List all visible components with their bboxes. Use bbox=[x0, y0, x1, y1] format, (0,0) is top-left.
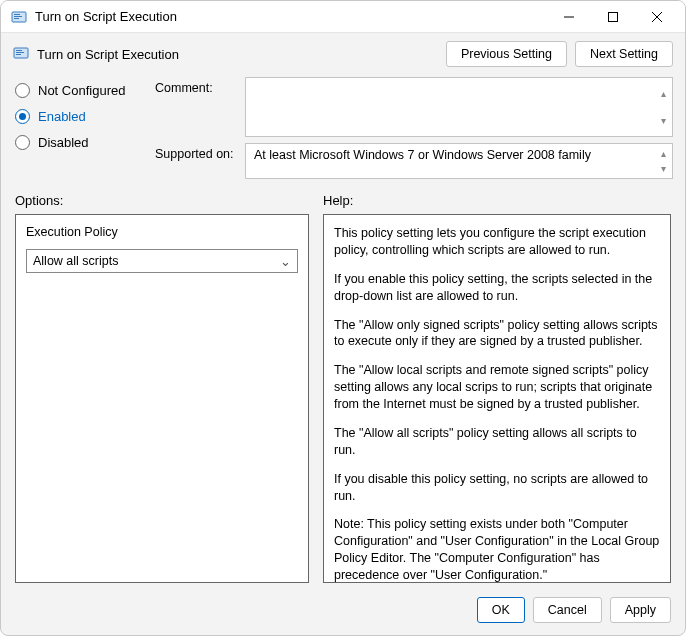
panels: Execution Policy Allow all scripts ⌄ Thi… bbox=[1, 212, 685, 591]
policy-title: Turn on Script Execution bbox=[37, 47, 179, 62]
help-paragraph: The "Allow all scripts" policy setting a… bbox=[334, 425, 660, 459]
state-area: Not Configured Enabled Disabled Comment:… bbox=[1, 75, 685, 181]
options-panel: Execution Policy Allow all scripts ⌄ bbox=[15, 214, 309, 583]
supported-on-value: At least Microsoft Windows 7 or Windows … bbox=[254, 148, 591, 162]
supported-on-box: At least Microsoft Windows 7 or Windows … bbox=[245, 143, 673, 179]
scroll-up-icon: ▴ bbox=[656, 146, 670, 161]
window-title: Turn on Script Execution bbox=[35, 9, 177, 24]
radio-label: Disabled bbox=[38, 135, 89, 150]
svg-rect-2 bbox=[14, 16, 22, 17]
help-paragraph: The "Allow only signed scripts" policy s… bbox=[334, 317, 660, 351]
chevron-down-icon: ⌄ bbox=[280, 254, 291, 269]
ok-button[interactable]: OK bbox=[477, 597, 525, 623]
header-row: Turn on Script Execution Previous Settin… bbox=[1, 33, 685, 75]
policy-icon bbox=[13, 45, 29, 64]
comment-label: Comment: bbox=[155, 77, 235, 95]
radio-circle-icon bbox=[15, 109, 30, 124]
svg-rect-1 bbox=[14, 14, 20, 15]
maximize-button[interactable] bbox=[591, 2, 635, 32]
mid-labels: Options: Help: bbox=[1, 181, 685, 212]
minimize-button[interactable] bbox=[547, 2, 591, 32]
policy-dialog: Turn on Script Execution Turn on Script … bbox=[0, 0, 686, 636]
scroll-down-icon: ▾ bbox=[656, 107, 670, 134]
radio-label: Enabled bbox=[38, 109, 86, 124]
radio-label: Not Configured bbox=[38, 83, 125, 98]
radio-not-configured[interactable]: Not Configured bbox=[15, 83, 145, 98]
radio-circle-icon bbox=[15, 135, 30, 150]
svg-rect-9 bbox=[16, 50, 22, 51]
help-paragraph: This policy setting lets you configure t… bbox=[334, 225, 660, 259]
next-setting-button[interactable]: Next Setting bbox=[575, 41, 673, 67]
comment-scrollbar[interactable]: ▴ ▾ bbox=[656, 80, 670, 134]
help-paragraph: If you enable this policy setting, the s… bbox=[334, 271, 660, 305]
state-radio-group: Not Configured Enabled Disabled bbox=[15, 77, 145, 179]
previous-setting-button[interactable]: Previous Setting bbox=[446, 41, 567, 67]
svg-rect-5 bbox=[609, 12, 618, 21]
comment-supported-column: Comment: ▴ ▾ Supported on: At least Micr… bbox=[155, 77, 673, 179]
radio-enabled[interactable]: Enabled bbox=[15, 109, 145, 124]
close-button[interactable] bbox=[635, 2, 679, 32]
cancel-button[interactable]: Cancel bbox=[533, 597, 602, 623]
titlebar: Turn on Script Execution bbox=[1, 1, 685, 33]
apply-button[interactable]: Apply bbox=[610, 597, 671, 623]
dropdown-value: Allow all scripts bbox=[33, 254, 118, 268]
svg-rect-3 bbox=[14, 18, 19, 19]
comment-textarea[interactable]: ▴ ▾ bbox=[245, 77, 673, 137]
svg-rect-11 bbox=[16, 54, 21, 55]
app-icon bbox=[11, 9, 27, 25]
execution-policy-dropdown[interactable]: Allow all scripts ⌄ bbox=[26, 249, 298, 273]
help-panel: This policy setting lets you configure t… bbox=[323, 214, 671, 583]
help-paragraph: If you disable this policy setting, no s… bbox=[334, 471, 660, 505]
options-label: Options: bbox=[15, 193, 323, 208]
help-paragraph: The "Allow local scripts and remote sign… bbox=[334, 362, 660, 413]
scroll-down-icon: ▾ bbox=[656, 161, 670, 176]
help-paragraph: Note: This policy setting exists under b… bbox=[334, 516, 660, 583]
dialog-footer: OK Cancel Apply bbox=[1, 591, 685, 635]
svg-rect-10 bbox=[16, 52, 24, 53]
help-label: Help: bbox=[323, 193, 353, 208]
radio-disabled[interactable]: Disabled bbox=[15, 135, 145, 150]
supported-scrollbar[interactable]: ▴ ▾ bbox=[656, 146, 670, 176]
execution-policy-label: Execution Policy bbox=[26, 225, 298, 239]
supported-on-label: Supported on: bbox=[155, 143, 235, 161]
scroll-up-icon: ▴ bbox=[656, 80, 670, 107]
radio-circle-icon bbox=[15, 83, 30, 98]
